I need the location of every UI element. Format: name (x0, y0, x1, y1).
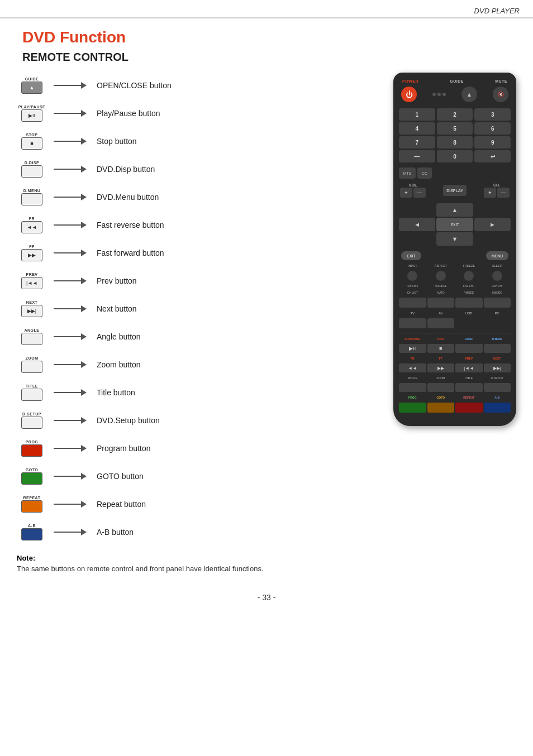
pc-label: PC (484, 312, 511, 315)
smode-button[interactable] (484, 298, 511, 308)
mute-button[interactable]: 🔇 (493, 87, 508, 102)
nav-enter[interactable]: EXIT (436, 218, 473, 231)
btn-box-fr[interactable]: ◄◄ (21, 221, 42, 233)
r-fr-btn[interactable]: ◄◄ (399, 363, 426, 372)
btn-box-title[interactable] (21, 389, 42, 401)
auto-button[interactable] (427, 298, 455, 308)
ch-plus[interactable]: + (484, 188, 496, 198)
arrow-goto (54, 473, 87, 480)
num-3[interactable]: 3 (474, 108, 511, 121)
btn-box-open-close[interactable]: ▲ (21, 82, 42, 94)
btn-label-top-d-setup: D.SETUP (22, 412, 41, 416)
arrow-ff (54, 250, 87, 256)
btn-icon-a-b: A-B (17, 524, 47, 540)
auto-label: AUTO (427, 291, 455, 294)
num-7[interactable]: 7 (399, 136, 435, 149)
btn-label-top-zoom: ZOOM (26, 356, 39, 360)
vol-plus[interactable]: + (400, 188, 412, 198)
num-4[interactable]: 4 (399, 122, 435, 135)
vol-minus[interactable]: — (413, 188, 426, 198)
btn-box-prev[interactable]: |◄◄ (21, 277, 42, 289)
num-9[interactable]: 9 (474, 136, 511, 149)
num-0[interactable]: 0 (437, 150, 473, 162)
usb-empty (455, 318, 483, 328)
r-play-pause-btn[interactable]: ▶II (399, 344, 426, 353)
tv-button[interactable] (399, 318, 426, 328)
btn-box-angle[interactable] (21, 333, 42, 345)
r-title-btn[interactable] (455, 383, 483, 392)
num-6[interactable]: 6 (474, 122, 511, 135)
btn-box-repeat[interactable] (21, 500, 42, 513)
btn-desc-title: Title button (97, 388, 135, 397)
btn-box-d-disp[interactable] (21, 165, 42, 178)
input-button[interactable] (407, 271, 417, 281)
arrow-tip-d-disp (81, 166, 87, 173)
r-stop-btn[interactable]: ■ (427, 344, 455, 353)
btn-label-top-d-menu: D.MENU (23, 189, 41, 193)
pmode-button[interactable] (455, 298, 483, 308)
btn-box-goto[interactable] (21, 472, 42, 485)
button-row-play-pause: PLAY/PAUSE ▶II Play/Pause button (17, 101, 382, 126)
guide-button[interactable]: ▲ (461, 87, 477, 102)
num-2[interactable]: 2 (437, 108, 473, 121)
r-angle-btn[interactable] (399, 383, 426, 392)
button-row-d-menu: D.MENU DVD.Menu button (17, 184, 382, 210)
btn-desc-next: Next button (97, 304, 137, 313)
btn-box-zoom[interactable] (21, 361, 42, 373)
power-button[interactable]: ⏻ (401, 87, 417, 102)
num-dash[interactable]: — (399, 150, 435, 162)
num-5[interactable]: 5 (437, 122, 473, 135)
nav-up[interactable]: ▲ (436, 203, 473, 217)
arrow-zoom (54, 361, 87, 368)
button-row-a-b: A-B A-B button (17, 519, 382, 545)
arrow-angle (54, 333, 87, 340)
r-ab-btn[interactable] (484, 403, 511, 413)
btn-desc-play-pause: Play/Pause button (97, 109, 160, 118)
btn-desc-d-menu: DVD.Menu button (97, 193, 159, 202)
r-prev-btn[interactable]: |◄◄ (455, 363, 483, 372)
arrow-tip-next (81, 305, 87, 312)
num-1[interactable]: 1 (399, 108, 435, 121)
nav-left[interactable]: ◄ (399, 218, 435, 231)
btn-box-ff[interactable]: ▶▶ (21, 249, 42, 261)
exit-button[interactable]: EXIT (401, 251, 421, 260)
ch-list-button[interactable] (399, 298, 426, 308)
btn-box-play-pause[interactable]: ▶II (21, 109, 42, 122)
num-return[interactable]: ↩ (474, 150, 511, 162)
nav-down[interactable]: ▼ (436, 232, 473, 246)
button-row-open-close: GUIDE ▲ OPEN/CLOSE button (17, 73, 382, 98)
nav-right[interactable]: ► (474, 218, 511, 231)
btn-icon-play-pause: PLAY/PAUSE ▶II (17, 105, 47, 122)
sleep-button[interactable] (492, 271, 502, 281)
arrow-play-pause (54, 110, 87, 117)
av-button[interactable] (427, 318, 455, 328)
r-prog-btn[interactable] (399, 403, 426, 413)
r-zoom-btn[interactable] (427, 383, 455, 392)
button-row-angle: ANGLE Angle button (17, 324, 382, 350)
r-d-menu-btn[interactable] (484, 344, 511, 353)
r-d-disp-btn[interactable] (455, 344, 483, 353)
r-goto-btn[interactable] (427, 403, 455, 413)
btn-box-prog[interactable] (21, 444, 42, 457)
r-d-setup-btn[interactable] (484, 383, 511, 392)
r-next-btn[interactable]: ▶▶| (484, 363, 511, 372)
r-repeat-btn[interactable] (455, 403, 483, 413)
btn-icon-zoom: ZOOM (17, 356, 47, 373)
display-button[interactable]: DISPLAY (443, 185, 467, 196)
freeze-button[interactable] (464, 271, 474, 281)
btn-desc-a-b: A-B button (97, 528, 134, 537)
arrow-prog (54, 445, 87, 452)
button-list: GUIDE ▲ OPEN/CLOSE button PLAY/PAUSE ▶II… (17, 73, 382, 545)
r-ff-btn[interactable]: ▶▶ (427, 363, 455, 372)
ch-minus[interactable]: — (497, 188, 510, 198)
btn-box-a-b[interactable] (21, 528, 42, 540)
menu-button[interactable]: MENU (486, 251, 508, 260)
num-8[interactable]: 8 (437, 136, 473, 149)
btn-box-d-menu[interactable] (21, 193, 42, 205)
btn-box-d-setup[interactable] (21, 417, 42, 429)
arrow-tip-d-menu (81, 194, 87, 200)
ch-label: CH. (493, 183, 500, 187)
aspect-button[interactable] (436, 271, 446, 281)
btn-box-stop[interactable]: ■ (21, 137, 42, 150)
btn-box-next[interactable]: ▶▶| (21, 305, 42, 317)
